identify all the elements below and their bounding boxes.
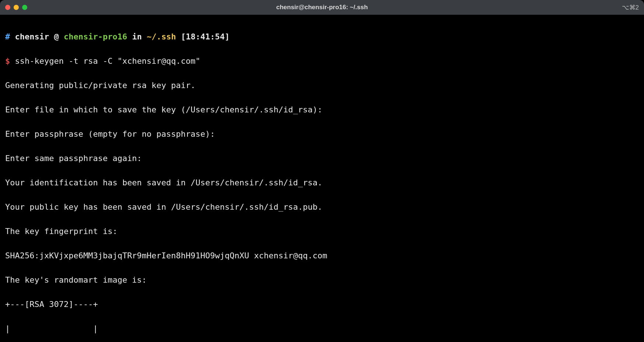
randomart-line: | | [5, 322, 639, 335]
prompt-user: chensir [15, 32, 49, 41]
maximize-icon[interactable] [22, 5, 27, 10]
prompt-time: [18:41:54] [181, 32, 230, 41]
output-line: Your public key has been saved in /Users… [5, 201, 639, 213]
output-line: Generating public/private rsa key pair. [5, 79, 639, 91]
window-titlebar: chensir@chensir-pro16: ~/.ssh ⌥⌘2 [0, 0, 644, 15]
output-line: The key's randomart image is: [5, 274, 639, 286]
prompt-line-1: # chensir @ chensir-pro16 in ~/.ssh [18:… [5, 31, 639, 43]
output-line: Enter file in which to save the key (/Us… [5, 104, 639, 116]
prompt-at: @ [54, 32, 59, 41]
output-line: SHA256:jxKVjxpe6MM3jbajqTRr9mHerIen8hH91… [5, 249, 639, 262]
prompt-path: ~/.ssh [147, 32, 176, 41]
command-text: ssh-keygen -t rsa -C "xchensir@qq.com" [15, 56, 200, 66]
prompt-host: chensir-pro16 [64, 32, 127, 41]
prompt-dollar: $ [5, 56, 10, 66]
output-line: Your identification has been saved in /U… [5, 177, 639, 189]
prompt-hash: # [5, 32, 10, 41]
minimize-icon[interactable] [14, 5, 19, 10]
terminal-output[interactable]: # chensir @ chensir-pro16 in ~/.ssh [18:… [0, 15, 644, 342]
randomart-line: +---[RSA 3072]----+ [5, 298, 639, 310]
output-line: Enter same passphrase again: [5, 152, 639, 164]
close-icon[interactable] [5, 5, 10, 10]
output-line: The key fingerprint is: [5, 225, 639, 237]
prompt-line-2: $ ssh-keygen -t rsa -C "xchensir@qq.com" [5, 55, 639, 67]
prompt-in: in [132, 32, 142, 41]
output-line: Enter passphrase (empty for no passphras… [5, 128, 639, 140]
window-title: chensir@chensir-pro16: ~/.ssh [276, 4, 368, 11]
window-shortcut-indicator: ⌥⌘2 [622, 4, 639, 11]
traffic-lights [5, 5, 27, 10]
